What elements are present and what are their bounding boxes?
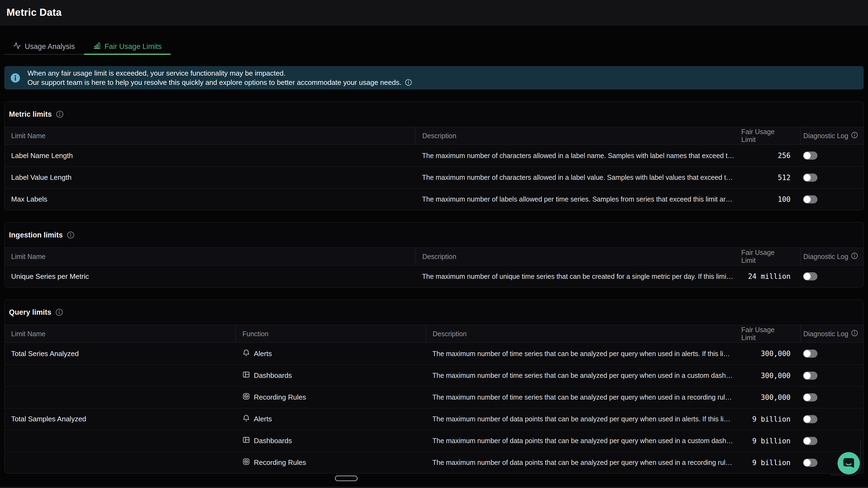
diagnostic-log-toggle[interactable] [803, 393, 817, 402]
section-title-row: Ingestion limits [5, 223, 863, 248]
limit-name-cell: Total Series Analyzed [5, 349, 236, 358]
column-header: Description [415, 248, 741, 265]
column-header: Description [415, 127, 741, 144]
bottom-edge-strip [0, 487, 868, 488]
bell-icon [242, 414, 250, 424]
diagnostic-log-toggle[interactable] [803, 459, 817, 467]
info-circle-icon[interactable] [851, 252, 858, 261]
function-cell: Recording Rules [236, 392, 426, 402]
banner-line1: When any fair usage limit is exceeded, y… [27, 68, 412, 78]
diagnostic-log-cell [800, 195, 863, 203]
fair-usage-limit-value: 9 billion [741, 437, 800, 445]
tab-label: Usage Analysis [25, 42, 75, 51]
column-header-label: Fair Usage Limit [741, 249, 790, 264]
info-circle-icon[interactable] [67, 231, 75, 239]
table-row: Max LabelsThe maximum number of labels a… [5, 188, 863, 210]
limit-sections: Metric limitsLimit NameDescriptionFair U… [0, 102, 868, 473]
column-header-label: Function [242, 330, 269, 338]
column-header-label: Description [422, 132, 456, 140]
fair-usage-limit-value: 9 billion [741, 459, 800, 467]
column-header: Limit Name [5, 325, 236, 342]
tab-label: Fair Usage Limits [105, 42, 162, 51]
column-header-label: Description [433, 330, 467, 338]
function-label: Alerts [254, 415, 272, 423]
activity-icon [13, 41, 21, 52]
column-header-label: Limit Name [11, 132, 45, 140]
diagnostic-log-toggle[interactable] [803, 195, 817, 203]
function-label: Recording Rules [254, 393, 306, 402]
limit-name-cell: Max Labels [5, 195, 415, 203]
section-title-row: Query limits [5, 300, 863, 325]
diagnostic-log-toggle[interactable] [803, 437, 817, 445]
section-card: Metric limitsLimit NameDescriptionFair U… [4, 102, 864, 210]
column-header-label: Diagnostic Log [803, 253, 848, 261]
fair-usage-limit-value: 100 [741, 195, 800, 203]
function-cell: Alerts [236, 414, 426, 424]
column-header: Diagnostic Log [800, 248, 863, 265]
section-title: Ingestion limits [9, 231, 63, 239]
description-cell: The maximum number of data points that c… [426, 437, 741, 445]
info-circle-icon[interactable] [56, 110, 64, 118]
table-row: Recording RulesThe maximum number of tim… [5, 386, 863, 408]
function-cell: Alerts [236, 349, 426, 359]
dashboard-icon [242, 371, 250, 380]
description-cell: The maximum number of time series that c… [426, 372, 741, 379]
section-title: Metric limits [9, 110, 52, 119]
column-header: Fair Usage Limit [741, 248, 800, 265]
tab-usage-analysis[interactable]: Usage Analysis [4, 39, 84, 54]
function-label: Recording Rules [254, 458, 306, 467]
diagnostic-log-cell [800, 437, 863, 445]
fair-usage-limit-value: 300,000 [741, 349, 800, 358]
horizontal-scrollbar-thumb[interactable] [335, 476, 358, 481]
fair-usage-limit-value: 512 [741, 174, 800, 182]
table-row: DashboardsThe maximum number of data poi… [5, 430, 863, 452]
diagnostic-log-toggle[interactable] [803, 372, 817, 380]
chat-launcher-button[interactable] [838, 452, 860, 475]
diagnostic-log-cell [800, 415, 863, 423]
tab-bar: Usage Analysis Fair Usage Limits [4, 39, 170, 55]
tab-fair-usage-limits[interactable]: Fair Usage Limits [84, 39, 170, 54]
diagnostic-log-toggle[interactable] [803, 174, 817, 182]
table-row: DashboardsThe maximum number of time ser… [5, 365, 863, 386]
fair-usage-limit-value: 300,000 [741, 393, 800, 402]
table-row: Total Series AnalyzedAlertsThe maximum n… [5, 343, 863, 365]
description-cell: The maximum number of time series that c… [426, 393, 741, 401]
description-cell: The maximum number of data points that c… [426, 415, 741, 423]
chat-bubble-icon [838, 452, 860, 475]
info-filled-icon [10, 73, 20, 83]
diagnostic-log-cell [800, 393, 863, 402]
diagnostic-log-toggle[interactable] [803, 349, 817, 358]
fair-usage-limit-value: 256 [741, 151, 800, 160]
column-header: Limit Name [5, 248, 415, 265]
bar-chart-icon [93, 41, 101, 52]
column-header: Diagnostic Log [800, 127, 863, 144]
diagnostic-log-toggle[interactable] [803, 272, 817, 281]
table-row: Recording RulesThe maximum number of dat… [5, 452, 863, 473]
table-row: Unique Series per MetricThe maximum numb… [5, 265, 863, 287]
diagnostic-log-toggle[interactable] [803, 151, 817, 160]
info-circle-icon[interactable] [405, 79, 412, 86]
column-header-label: Limit Name [11, 253, 45, 261]
column-header: Fair Usage Limit [741, 127, 800, 144]
info-circle-icon[interactable] [55, 308, 63, 316]
diagnostic-log-cell [800, 372, 863, 380]
page-header: Metric Data [0, 0, 868, 25]
function-cell: Recording Rules [236, 458, 426, 468]
fair-usage-limit-value: 24 million [741, 272, 800, 281]
banner-line2: Our support team is here to help you res… [27, 78, 401, 87]
table-row: Label Name LengthThe maximum number of c… [5, 145, 863, 167]
recording-rules-icon [242, 458, 250, 468]
column-header: Description [426, 325, 741, 342]
section-title-row: Metric limits [5, 102, 863, 127]
table-row: Total Samples AnalyzedAlertsThe maximum … [5, 408, 863, 430]
column-header-label: Fair Usage Limit [741, 128, 790, 144]
diagnostic-log-toggle[interactable] [803, 415, 817, 423]
function-cell: Dashboards [236, 436, 426, 446]
column-header-label: Diagnostic Log [803, 132, 848, 140]
info-circle-icon[interactable] [851, 329, 858, 338]
function-label: Alerts [254, 349, 272, 358]
limit-name-cell: Label Name Length [5, 151, 415, 160]
description-cell: The maximum number of unique time series… [415, 272, 741, 281]
description-cell: The maximum number of data points that c… [426, 459, 741, 466]
info-circle-icon[interactable] [851, 132, 858, 140]
